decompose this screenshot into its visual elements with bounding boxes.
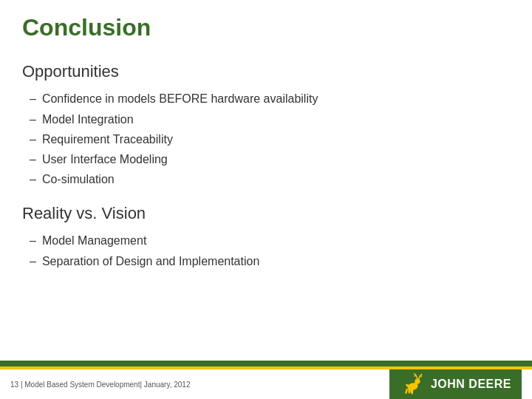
list-item: – Confidence in models BEFORE hardware a… <box>30 89 510 109</box>
bullet-dash: – <box>30 89 36 109</box>
slide-title: Conclusion <box>22 13 510 41</box>
list-item: – Co-simulation <box>30 169 510 189</box>
bullet-text: Co-simulation <box>42 169 115 189</box>
slide: Conclusion Opportunities – Confidence in… <box>0 0 532 399</box>
svg-line-10 <box>415 375 416 376</box>
bullet-dash: – <box>30 251 36 271</box>
opportunities-heading: Opportunities <box>22 62 510 81</box>
brand-name-text: JOHN DEERE <box>431 378 511 391</box>
footer-page-text: 13 | Model Based System Development| Jan… <box>10 381 190 389</box>
footer-right: JOHN DEERE <box>389 369 522 399</box>
reality-list: – Model Management – Separation of Desig… <box>30 231 510 270</box>
reality-heading: Reality vs. Vision <box>22 204 510 223</box>
content-area: Conclusion Opportunities – Confidence in… <box>0 0 532 361</box>
opportunities-list: – Confidence in models BEFORE hardware a… <box>30 89 510 189</box>
bullet-text: Model Integration <box>42 109 134 129</box>
list-item: – Separation of Design and Implementatio… <box>30 251 510 271</box>
bullet-text: User Interface Modeling <box>42 149 168 169</box>
list-item: – Model Management <box>30 231 510 250</box>
bullet-dash: – <box>30 149 36 169</box>
bullet-dash: – <box>30 109 36 129</box>
footer-green-bar <box>0 361 532 366</box>
bullet-dash: – <box>30 169 36 189</box>
bullet-text: Model Management <box>42 231 146 250</box>
bullet-text: Requirement Traceability <box>42 129 173 149</box>
bullet-dash: – <box>30 129 36 149</box>
svg-rect-5 <box>405 389 408 395</box>
footer-logo-area: JOHN DEERE <box>389 369 522 399</box>
deer-icon <box>400 372 423 396</box>
list-item: – Requirement Traceability <box>30 129 510 149</box>
bullet-text: Separation of Design and Implementation <box>42 251 259 271</box>
bullet-dash: – <box>30 231 36 250</box>
list-item: – User Interface Modeling <box>30 149 510 169</box>
list-item: – Model Integration <box>30 109 510 129</box>
footer: 13 | Model Based System Development| Jan… <box>0 361 532 399</box>
opportunities-section: Opportunities – Confidence in models BEF… <box>22 62 510 189</box>
reality-section: Reality vs. Vision – Model Management – … <box>22 204 510 270</box>
svg-line-13 <box>420 375 422 377</box>
footer-content: 13 | Model Based System Development| Jan… <box>0 369 532 399</box>
bullet-text: Confidence in models BEFORE hardware ava… <box>42 89 318 109</box>
